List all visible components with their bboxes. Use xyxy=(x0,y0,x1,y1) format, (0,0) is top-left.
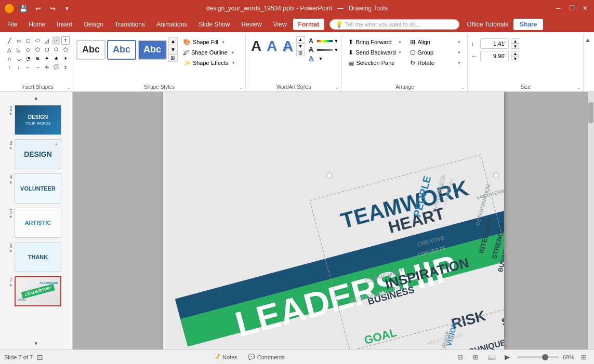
menu-home[interactable]: Home xyxy=(23,19,50,30)
width-down[interactable]: ▼ xyxy=(511,56,519,61)
arc-icon[interactable]: ∩ xyxy=(5,54,14,62)
notes-button[interactable]: 📝 Notes xyxy=(210,353,241,361)
shape-fill-button[interactable]: 🎨 Shape Fill ▼ xyxy=(180,37,242,47)
line-icon[interactable]: ╱ xyxy=(5,36,14,45)
style-sample-1[interactable]: Abc xyxy=(76,40,105,60)
rect-icon[interactable]: ▭ xyxy=(15,36,23,45)
close-button[interactable]: ✕ xyxy=(580,4,590,13)
panel-scroll-down-btn[interactable]: ▼ xyxy=(34,341,39,346)
rt-triangle-icon[interactable]: ◺ xyxy=(15,45,23,53)
octagon-icon[interactable]: ⬠ xyxy=(61,45,70,53)
slide-thumb-7[interactable]: 7 ★ LEADERSHIP TEAMWORK GOAL xyxy=(2,275,70,307)
equation-icon[interactable]: ± xyxy=(61,63,70,71)
slide-thumb-3[interactable]: 3 ★ DESIGN ✦ xyxy=(2,138,70,170)
slide-thumb-6[interactable]: 6 ★ THANK xyxy=(2,241,70,273)
menu-design[interactable]: Design xyxy=(78,19,108,30)
slideshow-button[interactable]: ▶ xyxy=(501,352,513,363)
wordart-styles-expand[interactable]: ⌄ xyxy=(335,85,339,90)
heptagon-icon[interactable]: ⬡ xyxy=(52,45,60,53)
share-button[interactable]: Share xyxy=(513,19,543,30)
wordart-more[interactable]: ⊞ xyxy=(296,50,305,56)
left-arrow-icon[interactable]: ← xyxy=(24,63,32,71)
menu-animations[interactable]: Animations xyxy=(151,19,192,30)
arrange-expand[interactable]: ⌄ xyxy=(461,85,465,90)
panel-scroll-up-btn[interactable]: ▲ xyxy=(34,95,39,101)
ribbon-collapse-button[interactable]: ▲ xyxy=(585,36,591,44)
slide-thumb-5[interactable]: 5 ★ ARTISTIC xyxy=(2,207,70,239)
triangle-icon[interactable]: △ xyxy=(5,45,14,53)
menu-review[interactable]: Review xyxy=(236,19,267,30)
more-shapes-icon[interactable]: ⋯ xyxy=(52,36,60,45)
height-up[interactable]: ▲ xyxy=(511,38,519,44)
height-input[interactable] xyxy=(480,38,509,49)
oval-icon[interactable]: ⬭ xyxy=(33,36,42,45)
styles-scroll-down[interactable]: ▼ xyxy=(168,46,178,53)
text-box-icon[interactable]: T xyxy=(61,36,70,45)
style-sample-2[interactable]: Abc xyxy=(107,40,136,60)
height-down[interactable]: ▼ xyxy=(511,44,519,49)
rounded-rect-icon[interactable]: ▢ xyxy=(24,36,32,45)
zoom-slider[interactable] xyxy=(517,356,559,358)
menu-format[interactable]: Format xyxy=(293,19,325,30)
comments-button[interactable]: 💬 Comments xyxy=(245,353,288,361)
shape-outline-button[interactable]: 🖊 Shape Outline ▼ xyxy=(180,48,242,57)
callout-icon[interactable]: 💬 xyxy=(52,63,60,71)
styles-scroll-up[interactable]: ▲ xyxy=(168,37,178,45)
customize-qa-button[interactable]: ▼ xyxy=(61,3,73,14)
wordart-a-plain[interactable]: A xyxy=(249,39,263,53)
minimize-button[interactable]: ─ xyxy=(553,4,563,13)
bring-forward-button[interactable]: ⬆ Bring Forward ▼ xyxy=(345,37,405,47)
fit-to-window-button[interactable]: ⊞ xyxy=(578,352,590,363)
menu-insert[interactable]: Insert xyxy=(51,19,77,30)
shape-effects-button[interactable]: ✨ Shape Effects ▼ xyxy=(180,58,242,68)
star5-icon[interactable]: ★ xyxy=(52,54,60,62)
slide-thumb-4[interactable]: 4 ★ VOLUNTEER xyxy=(2,172,70,205)
text-fill-dropdown[interactable]: ▼ xyxy=(334,38,339,44)
chord-icon[interactable]: ◡ xyxy=(15,54,23,62)
normal-view-button[interactable]: ⊟ xyxy=(455,352,466,363)
star6-icon[interactable]: ✶ xyxy=(61,54,70,62)
slide-sorter-button[interactable]: ⊞ xyxy=(470,352,482,363)
undo-button[interactable]: ↩ xyxy=(32,3,44,14)
style-sample-3[interactable]: Abc xyxy=(138,40,167,60)
scroll-thumb-vertical[interactable] xyxy=(588,102,593,123)
menu-slide-show[interactable]: Slide Show xyxy=(193,19,235,30)
wordart-scroll-up[interactable]: ▲ xyxy=(296,36,305,43)
restore-button[interactable]: ❐ xyxy=(567,4,576,13)
up-arrow-icon[interactable]: ↑ xyxy=(5,63,14,71)
rotate-button[interactable]: ↻ Rotate ▼ xyxy=(407,58,464,68)
freeform-icon[interactable]: ≋ xyxy=(33,54,42,62)
menu-transitions[interactable]: Transitions xyxy=(110,19,150,30)
width-up[interactable]: ▲ xyxy=(511,51,519,56)
size-expand[interactable]: ⌄ xyxy=(577,85,581,90)
reading-view-button[interactable]: 📖 xyxy=(486,352,497,363)
diamond-icon[interactable]: ◇ xyxy=(24,45,32,53)
slide-thumb-2[interactable]: 2 ★ DESIGNYOUR WORDS xyxy=(2,104,70,136)
hexagon-icon[interactable]: ⬡ xyxy=(43,45,51,53)
save-button[interactable]: 💾 xyxy=(18,3,29,14)
menu-file[interactable]: File xyxy=(2,19,22,30)
redo-button[interactable]: ↪ xyxy=(47,3,58,14)
selection-pane-button[interactable]: ▤ Selection Pane xyxy=(345,58,405,68)
send-backward-button[interactable]: ⬇ Send Backward ▼ xyxy=(345,48,405,57)
right-arrow-icon[interactable]: → xyxy=(33,63,42,71)
wordart-a-shadow[interactable]: A xyxy=(280,39,295,53)
text-effects-dropdown[interactable]: ▼ xyxy=(319,56,323,61)
shape-styles-expand[interactable]: ⌄ xyxy=(239,85,243,90)
align-button[interactable]: ⊞ Align ▼ xyxy=(407,37,464,47)
vertical-scrollbar[interactable] xyxy=(588,92,594,349)
quad-arrow-icon[interactable]: ✛ xyxy=(43,63,51,71)
group-button[interactable]: ⬡ Group ▼ xyxy=(407,48,464,57)
tell-me-bar[interactable]: 💡 Tell me what you want to do... xyxy=(329,19,459,30)
styles-more[interactable]: ⊞ xyxy=(168,54,178,62)
star4-icon[interactable]: ✦ xyxy=(43,54,51,62)
down-arrow-icon[interactable]: ↓ xyxy=(15,63,23,71)
insert-shapes-expand[interactable]: ⌄ xyxy=(67,85,71,90)
pie-icon[interactable]: ◔ xyxy=(24,54,32,62)
zoom-thumb[interactable] xyxy=(542,354,548,360)
pentagon-icon[interactable]: ⬠ xyxy=(33,45,42,53)
menu-view[interactable]: View xyxy=(268,19,292,30)
wordart-scroll-down[interactable]: ▼ xyxy=(296,43,305,49)
width-input[interactable] xyxy=(480,51,509,61)
right-angle-icon[interactable]: ◿ xyxy=(43,36,51,45)
